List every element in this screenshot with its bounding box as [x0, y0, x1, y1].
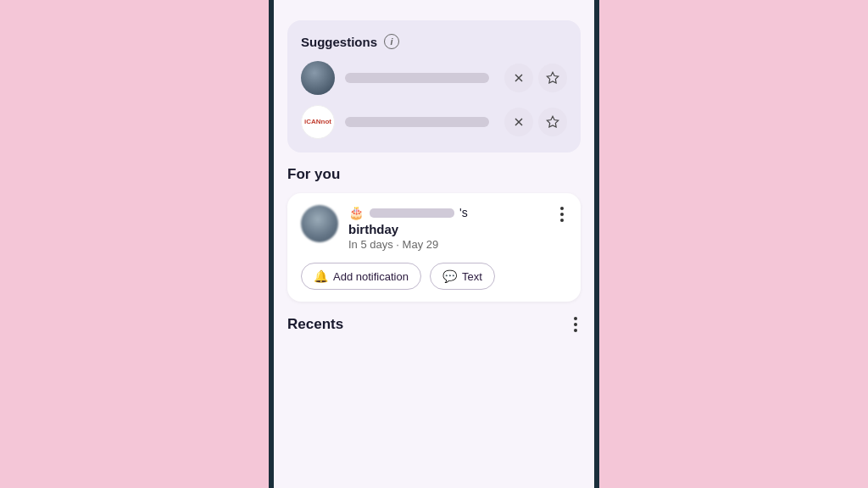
bell-icon: 🔔	[314, 269, 328, 283]
birthday-name-line: 🎂 's	[348, 205, 468, 220]
recents-label: Recents	[287, 316, 343, 333]
birthday-info: 🎂 's birthday In 5 days · May 29	[348, 205, 468, 251]
avatar-image	[301, 61, 335, 95]
avatar-image: iCANnot	[301, 105, 335, 139]
dismiss-button[interactable]	[504, 64, 533, 92]
add-notification-button[interactable]: 🔔 Add notification	[301, 263, 421, 290]
favorite-button[interactable]	[538, 64, 567, 92]
svg-marker-5	[547, 116, 558, 127]
more-dot	[574, 323, 577, 326]
birthday-name-redacted	[370, 208, 454, 218]
birthday-actions: 🔔 Add notification 💬 Text	[301, 263, 567, 290]
avatar	[301, 61, 335, 95]
birthday-apostrophe: 's	[459, 206, 468, 219]
suggestion-row: iCANnot	[301, 105, 567, 139]
birthday-emoji: 🎂	[348, 205, 364, 220]
birthday-left: 🎂 's birthday In 5 days · May 29	[301, 205, 468, 251]
birthday-label: birthday	[348, 222, 468, 236]
birthday-card-header: 🎂 's birthday In 5 days · May 29	[301, 205, 567, 251]
text-button[interactable]: 💬 Text	[430, 263, 495, 290]
dismiss-button[interactable]	[504, 108, 533, 136]
for-you-label: For you	[274, 166, 594, 183]
suggestion-name-bar	[345, 117, 489, 127]
add-notification-label: Add notification	[333, 270, 409, 283]
more-dot	[560, 219, 564, 222]
suggestion-name-bar	[345, 73, 489, 83]
more-dot	[574, 317, 577, 320]
recents-more-button[interactable]	[570, 315, 581, 334]
info-icon: i	[384, 34, 399, 49]
more-dot	[560, 207, 564, 210]
suggestions-title: Suggestions	[301, 35, 377, 49]
svg-marker-2	[547, 72, 558, 83]
avatar: iCANnot	[301, 105, 335, 139]
message-icon: 💬	[442, 269, 457, 283]
recents-row: Recents	[274, 315, 594, 334]
suggestion-row	[301, 61, 567, 95]
phone-content: Suggestions i	[274, 0, 594, 488]
birthday-date: In 5 days · May 29	[348, 238, 468, 251]
more-dot	[574, 329, 577, 332]
suggestions-header: Suggestions i	[301, 34, 567, 49]
suggestions-card: Suggestions i	[287, 20, 581, 152]
text-label: Text	[462, 270, 482, 283]
more-dot	[560, 213, 564, 216]
favorite-button[interactable]	[538, 108, 567, 136]
birthday-card: 🎂 's birthday In 5 days · May 29	[287, 193, 581, 302]
more-options-button[interactable]	[557, 205, 567, 224]
phone-frame: Suggestions i	[269, 0, 599, 488]
birthday-avatar	[301, 205, 338, 242]
